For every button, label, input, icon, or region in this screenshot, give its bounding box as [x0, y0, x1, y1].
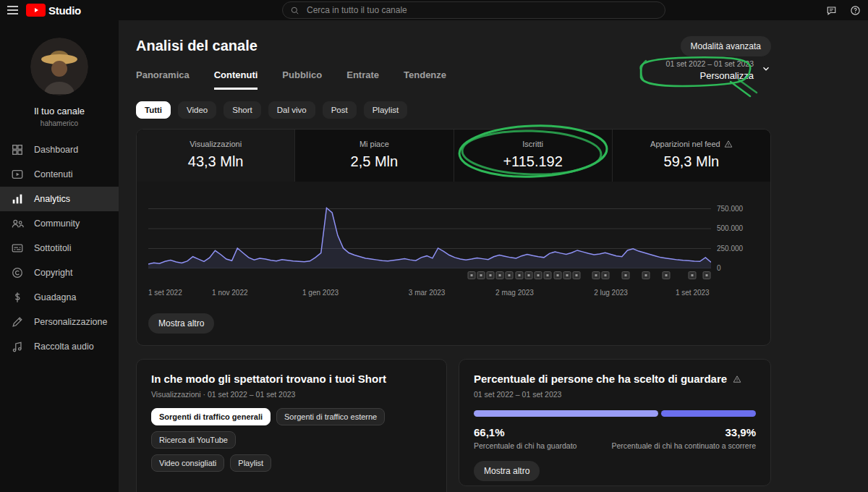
analytics-overview-card: Visualizzazioni 43,3 Mln Mi piace 2,5 Ml…	[136, 129, 771, 346]
source-chip-playlist[interactable]: Playlist	[230, 454, 271, 472]
scrolled-segment	[661, 410, 756, 417]
scrolled-pct: 33,9%	[725, 426, 756, 438]
stat-apparizioni-nel-feed[interactable]: Apparizioni nel feed 59,3 Mln	[612, 130, 770, 182]
show-more-button[interactable]: Mostra altro	[148, 313, 214, 334]
sidebar-item-personalizzazione[interactable]: Personalizzazione	[0, 310, 119, 334]
tab-panoramica[interactable]: Panoramica	[136, 69, 190, 90]
stat-iscritti[interactable]: Iscritti +115.192	[454, 130, 612, 182]
views-trend-chart[interactable]: 750.000500.000250.0000 1 set 20221 nov 2…	[137, 187, 770, 309]
video-marker[interactable]	[544, 271, 552, 279]
metric-cards-row: Visualizzazioni 43,3 Mln Mi piace 2,5 Ml…	[137, 130, 770, 182]
traffic-source-row[interactable]: Feed di Shorts 72,8%	[151, 488, 432, 492]
video-marker[interactable]	[662, 271, 670, 279]
x-axis-label: 1 set 2023	[676, 289, 710, 297]
watched-pct: 66,1%	[474, 426, 505, 438]
date-range-text: 01 set 2022 – 01 set 2023	[666, 59, 754, 68]
video-marker[interactable]	[642, 271, 650, 279]
stat-value: +115.192	[454, 153, 612, 170]
tab-pubblico[interactable]: Pubblico	[282, 69, 322, 90]
community-icon	[11, 217, 24, 230]
sidebar-item-contenuti[interactable]: Contenuti	[0, 162, 119, 187]
video-marker[interactable]	[535, 271, 542, 279]
sidebar-item-copyright[interactable]: Copyright	[0, 260, 119, 285]
source-chip-esterne[interactable]: Sorgenti di traffico esterne	[276, 408, 385, 425]
content-filter-chips: Tutti Video Short Dal vivo Post Playlist	[136, 101, 771, 119]
analytics-tabs: Panoramica Contenuti Pubblico Entrate Te…	[136, 69, 771, 90]
stat-value: 2,5 Mln	[295, 153, 453, 170]
watched-caption: Percentuale di chi ha guardato	[474, 441, 576, 450]
video-marker[interactable]	[496, 271, 504, 279]
tab-entrate[interactable]: Entrate	[346, 69, 379, 90]
filter-chip-video[interactable]: Video	[178, 101, 216, 119]
video-marker[interactable]	[467, 271, 475, 279]
tab-contenuti[interactable]: Contenuti	[214, 69, 258, 90]
video-marker[interactable]	[477, 271, 485, 279]
card-title: Percentuale di persone che ha scelto di …	[474, 373, 756, 385]
advanced-mode-button[interactable]: Modalità avanzata	[681, 36, 771, 56]
video-marker[interactable]	[702, 271, 710, 279]
filter-chip-short[interactable]: Short	[224, 101, 261, 119]
sidebar-item-raccolta-audio[interactable]: Raccolta audio	[0, 334, 119, 359]
x-axis-label: 1 nov 2022	[212, 289, 248, 297]
date-range-selector[interactable]: 01 set 2022 – 01 set 2023 Personalizza	[666, 59, 771, 81]
stat-mi-piace[interactable]: Mi piace 2,5 Mln	[294, 130, 453, 182]
channel-name: Il tuo canale	[0, 106, 119, 116]
search-input[interactable]	[305, 4, 658, 16]
sidebar-nav: Dashboard Contenuti Analytics Community …	[0, 137, 119, 359]
stat-visualizzazioni[interactable]: Visualizzazioni 43,3 Mln	[137, 130, 294, 182]
customization-icon	[11, 315, 24, 328]
content-icon	[11, 168, 24, 181]
filter-chip-playlist[interactable]: Playlist	[364, 101, 407, 119]
y-axis-label: 750.000	[717, 205, 743, 213]
video-marker[interactable]	[601, 271, 609, 279]
audio-library-icon	[11, 340, 24, 353]
feedback-icon[interactable]	[826, 5, 837, 16]
main-content: Analisi del canale Modalità avanzata Pan…	[119, 20, 868, 492]
show-more-button[interactable]: Mostra altro	[474, 461, 540, 481]
video-marker[interactable]	[592, 271, 600, 279]
video-marker[interactable]	[563, 271, 571, 279]
chevron-down-icon	[761, 64, 771, 77]
y-axis: 750.000500.000250.0000	[717, 187, 757, 309]
filter-chip-post[interactable]: Post	[323, 101, 357, 119]
source-chip-consigliati[interactable]: Video consigliati	[151, 454, 224, 472]
help-icon[interactable]	[850, 5, 861, 16]
video-marker[interactable]	[553, 271, 561, 279]
video-marker[interactable]	[515, 271, 523, 279]
sidebar-item-community[interactable]: Community	[0, 211, 119, 236]
video-marker[interactable]	[621, 271, 629, 279]
source-chip-generali[interactable]: Sorgenti di traffico generali	[151, 408, 271, 425]
studio-wordmark: Studio	[48, 4, 81, 17]
x-axis-label: 2 mag 2023	[495, 289, 534, 297]
y-axis-label: 250.000	[717, 245, 743, 253]
channel-handle: hahamerico	[0, 119, 119, 127]
filter-chip-dal-vivo[interactable]: Dal vivo	[268, 101, 315, 119]
x-axis: 1 set 20221 nov 20221 gen 20233 mar 2023…	[148, 289, 711, 299]
page-title: Analisi del canale	[136, 38, 771, 54]
copyright-icon	[11, 266, 24, 279]
subtitles-icon	[11, 242, 24, 255]
video-markers-row	[148, 271, 711, 280]
channel-avatar[interactable]	[30, 38, 88, 96]
video-marker[interactable]	[487, 271, 495, 279]
watched-segment	[474, 410, 658, 417]
sidebar-item-dashboard[interactable]: Dashboard	[0, 137, 119, 162]
video-marker[interactable]	[506, 271, 514, 279]
video-marker[interactable]	[688, 271, 696, 279]
source-chip-ricerca[interactable]: Ricerca di YouTube	[151, 431, 236, 449]
warning-icon	[724, 140, 733, 148]
y-axis-label: 0	[717, 264, 721, 272]
watch-split-bar	[474, 410, 756, 417]
youtube-studio-logo[interactable]: Studio	[26, 4, 81, 17]
sidebar-item-guadagna[interactable]: Guadagna	[0, 285, 119, 310]
menu-icon[interactable]	[3, 0, 23, 20]
search-bar[interactable]	[282, 1, 665, 19]
tab-tendenze[interactable]: Tendenze	[404, 69, 446, 90]
stat-value: 43,3 Mln	[137, 153, 294, 170]
video-marker[interactable]	[573, 271, 581, 279]
video-marker[interactable]	[524, 271, 532, 279]
sidebar-item-sottotitoli[interactable]: Sottotitoli	[0, 236, 119, 260]
sidebar-item-analytics[interactable]: Analytics	[0, 187, 119, 211]
filter-chip-tutti[interactable]: Tutti	[136, 101, 171, 119]
analytics-icon	[11, 192, 24, 205]
